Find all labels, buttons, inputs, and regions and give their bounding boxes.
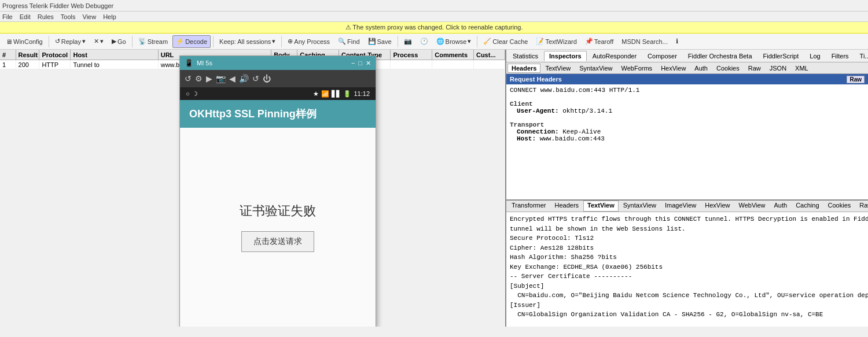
subtab-headers[interactable]: Headers [507,64,540,73]
request-content: CONNECT www.baidu.com:443 HTTP/1.1 Clien… [506,84,868,199]
phone-power-icon[interactable]: ⏻ [263,74,271,83]
bottom-content-line: [Issuer] [510,301,865,310]
phone-notification-icon: ○ [186,90,190,97]
btab-syntaxview[interactable]: SyntaxView [619,201,660,212]
signal-icon: ▋▋ [332,90,341,98]
keep-sessions-button[interactable]: Keep: All sessions ▾ [216,35,279,48]
battery-icon: 🔋 [343,90,351,98]
user-agent-key: User-Agent: [510,108,559,114]
winconfig-icon: 🖥 [6,38,12,45]
phone-minimize-btn[interactable]: − [351,60,355,67]
tab-fiddler-orchestra[interactable]: Fiddler Orchestra Beta [683,51,757,61]
tearoff-button[interactable]: 📌 Tearoff [582,35,617,48]
menu-edit[interactable]: Edit [20,13,31,20]
save-button[interactable]: 💾 Save [365,35,395,48]
btab-imageview[interactable]: ImageView [661,201,700,212]
btab-webview[interactable]: WebView [734,201,769,212]
tab-composer[interactable]: Composer [642,51,682,61]
stream-button[interactable]: 📡 Stream [135,35,171,48]
find-label: Find [347,38,359,45]
phone-toolbar-left: ↺ ⚙ ▶ 📷 ◀ 🔊 ↺ ⏻ [185,74,271,83]
textwizard-label: TextWizard [545,38,576,45]
camera-icon-btn[interactable]: 📷 [400,35,415,48]
subtab-textview[interactable]: TextView [541,64,575,73]
raw-button[interactable]: Raw [847,76,865,83]
msdn-search-button[interactable]: MSDN Search... [618,35,671,48]
subtab-cookies[interactable]: Cookies [712,64,744,73]
cell-num: 1 [0,60,16,69]
btab-textview[interactable]: TextView [583,201,619,212]
phone-title-text: MI 5s [197,60,351,66]
bottom-content-line: Cipher: Aes128 128bits [510,243,865,253]
menu-view[interactable]: View [83,13,97,20]
textwizard-button[interactable]: 📝 TextWizard [532,35,580,48]
subtab-auth[interactable]: Auth [690,64,712,73]
btab-caching[interactable]: Caching [792,201,823,212]
tab-fiddlerscript[interactable]: FiddlerScript [758,51,804,61]
user-agent-value: okhttp/3.14.1 [562,108,612,114]
msdn-info-button[interactable]: ℹ [672,35,682,48]
bottom-content-line: CN=baidu.com, O="Beijing Baidu Netcom Sc… [510,291,865,301]
subtab-hexview[interactable]: HexView [657,64,690,73]
btab-cookies[interactable]: Cookies [824,201,855,212]
winconfig-button[interactable]: 🖥 WinConfig [2,35,46,48]
tab-log[interactable]: Log [804,51,825,61]
menu-help[interactable]: Help [103,13,116,20]
clock-icon-btn[interactable]: 🕐 [417,35,432,48]
btab-transformer[interactable]: Transformer [507,201,550,212]
right-panel: Statistics Inspectors AutoResponder Comp… [506,50,868,327]
tab-ti[interactable]: Ti... [855,51,868,61]
browse-button[interactable]: 🌐 Browse ▾ [433,35,475,48]
phone-settings-icon[interactable]: ⚙ [195,74,203,83]
decode-label: Decode [185,38,207,45]
col-header-host: Host [71,50,158,60]
wifi-icon: 📶 [321,90,329,98]
replay-label: Replay [61,38,81,45]
phone-video-icon[interactable]: ▶ [206,74,212,83]
x-button[interactable]: ✕ ▾ [90,35,107,48]
phone-camera-icon[interactable]: 📷 [216,74,226,83]
phone-send-request-button[interactable]: 点击发送请求 [241,231,314,252]
tab-inspectors[interactable]: Inspectors [544,51,587,61]
clear-cache-button[interactable]: 🧹 Clear Cache [480,35,531,48]
tab-statistics[interactable]: Statistics [507,51,543,61]
phone-status-bar: ○ ☽ ★ 📶 ▋▋ 🔋 11:12 [180,87,376,100]
subtab-syntaxview[interactable]: SyntaxView [575,64,616,73]
any-process-button[interactable]: ⊕ Any Process [284,35,333,48]
subtab-raw[interactable]: Raw [744,64,765,73]
col-header-custom: Cust... [474,50,505,60]
dropdown-icon: ▾ [82,38,86,45]
phone-back-icon[interactable]: ◀ [229,74,236,83]
subtab-xml[interactable]: XML [791,64,812,73]
menu-tools[interactable]: Tools [61,13,76,20]
subtab-webforms[interactable]: WebForms [617,64,657,73]
replay-button[interactable]: ↺ Replay ▾ [52,35,89,48]
phone-close-btn[interactable]: ✕ [366,60,371,67]
col-header-comments: Comments [432,50,474,60]
proxy-banner[interactable]: ⚠ The system proxy was changed. Click to… [0,22,868,34]
phone-refresh-icon[interactable]: ↺ [252,74,259,83]
btab-raw[interactable]: Raw [855,201,868,212]
subtab-json[interactable]: JSON [766,64,790,73]
clear-cache-icon: 🧹 [483,38,491,45]
replay-icon: ↺ [55,38,60,45]
menu-file[interactable]: File [2,13,13,20]
proxy-banner-text: ⚠ The system proxy was changed. Click to… [345,24,523,31]
tab-autoresponder[interactable]: AutoResponder [587,51,642,61]
go-icon: ▶ [112,38,116,45]
go-button[interactable]: ▶ Go [108,35,130,48]
find-button[interactable]: 🔍 Find [334,35,363,48]
btab-hexview[interactable]: HexView [701,201,734,212]
tab-filters[interactable]: Filters [826,51,854,61]
phone-app-title: OKHttp3 SSL Pinning样例 [189,107,317,121]
menu-rules[interactable]: Rules [38,13,54,20]
phone-maximize-btn[interactable]: □ [358,60,362,67]
phone-rotate-icon[interactable]: ↺ [185,74,192,83]
save-label: Save [377,38,392,45]
decode-button[interactable]: ⚡ Decode [172,35,211,48]
request-first-line: CONNECT www.baidu.com:443 HTTP/1.1 [510,87,865,94]
phone-volume-icon[interactable]: 🔊 [239,74,249,83]
title-text: Progress Telerik Fiddler Web Debugger [2,2,113,9]
btab-headers[interactable]: Headers [551,201,583,212]
btab-auth[interactable]: Auth [770,201,792,212]
